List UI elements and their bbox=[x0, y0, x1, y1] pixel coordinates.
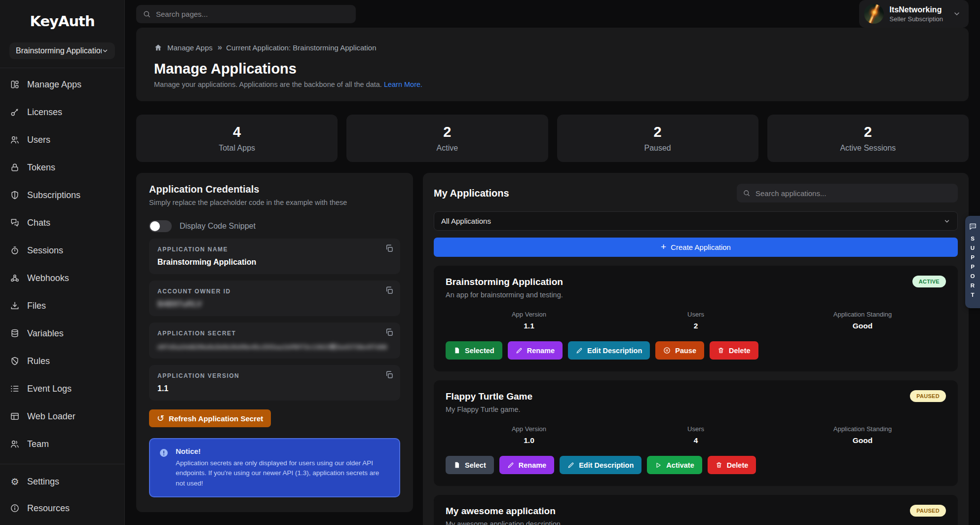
copy-icon[interactable] bbox=[385, 370, 394, 379]
sidebar-item-users[interactable]: Users bbox=[9, 126, 115, 154]
top-bar: ItsNetworking Seller Subscription bbox=[125, 0, 980, 28]
sidebar-item-chats[interactable]: Chats bbox=[9, 209, 115, 237]
sidebar-item-tokens[interactable]: Tokens bbox=[9, 154, 115, 181]
credential-label: APPLICATION VERSION bbox=[157, 372, 392, 379]
sidebar-item-label: Team bbox=[27, 439, 49, 449]
applications-filter-select[interactable]: All Applications bbox=[434, 211, 958, 231]
sidebar-item-resources[interactable]: Resources bbox=[9, 495, 115, 522]
sidebar-item-web-loader[interactable]: Web Loader bbox=[9, 403, 115, 430]
trash-icon bbox=[717, 347, 724, 354]
credentials-subtitle: Simply replace the placeholder code in t… bbox=[149, 199, 400, 206]
stat-active-sessions: 2 Active Sessions bbox=[767, 115, 969, 162]
credential-value-redacted: B4B97uRLV bbox=[157, 300, 392, 309]
sidebar-item-variables[interactable]: Variables bbox=[9, 320, 115, 347]
delete-button[interactable]: Delete bbox=[708, 456, 756, 474]
learn-more-link[interactable]: Learn More. bbox=[384, 81, 422, 88]
sidebar-item-rules[interactable]: Rules bbox=[9, 347, 115, 375]
sidebar-item-sessions[interactable]: Sessions bbox=[9, 237, 115, 264]
global-search[interactable] bbox=[136, 5, 356, 23]
edit-description-button[interactable]: Edit Description bbox=[560, 456, 641, 474]
application-actions: Selected Rename Edit Description Pause D… bbox=[446, 341, 946, 360]
stat-value: 1.1 bbox=[446, 322, 612, 330]
toggle-knob bbox=[150, 221, 160, 231]
rename-button[interactable]: Rename bbox=[499, 456, 554, 474]
sidebar-item-team[interactable]: Team bbox=[9, 430, 115, 458]
file-icon bbox=[453, 461, 460, 469]
sidebar-item-files[interactable]: Files bbox=[9, 292, 115, 320]
edit-description-button[interactable]: Edit Description bbox=[568, 341, 650, 360]
sidebar-item-label: Sessions bbox=[27, 245, 63, 256]
applications-header: My Applications bbox=[434, 184, 958, 202]
stats-row: 4 Total Apps 2 Active 2 Paused 2 Active … bbox=[136, 115, 969, 162]
sidebar-item-label: Resources bbox=[27, 503, 70, 514]
create-application-button[interactable]: + Create Application bbox=[434, 238, 958, 257]
chat-bubbles-icon bbox=[9, 217, 20, 228]
home-icon[interactable] bbox=[154, 43, 162, 52]
pause-icon bbox=[663, 347, 671, 354]
select-button[interactable]: Select bbox=[446, 456, 494, 474]
stat-value: Good bbox=[779, 322, 946, 330]
support-tab[interactable]: SUPPORT bbox=[965, 216, 980, 308]
main-area: ItsNetworking Seller Subscription Manage… bbox=[125, 0, 980, 525]
pencil-icon bbox=[576, 347, 583, 354]
stat-label: Application Standing bbox=[779, 425, 946, 433]
sidebar-item-label: Users bbox=[27, 135, 50, 145]
app-selector-label: Brainstorming Application bbox=[16, 46, 102, 55]
credential-application-secret: APPLICATION SECRET d97d5a34d829bdb2b6b36… bbox=[149, 323, 400, 359]
application-actions: Select Rename Edit Description Activate … bbox=[446, 456, 946, 474]
code-snippet-toggle-row: Display Code Snippet bbox=[149, 220, 400, 232]
upload-tray-icon bbox=[9, 300, 20, 311]
lock-icon bbox=[9, 162, 20, 173]
display-code-snippet-toggle[interactable] bbox=[149, 220, 172, 232]
application-stats: App Version1.0 Users4 Application Standi… bbox=[446, 425, 946, 445]
pencil-icon bbox=[516, 347, 523, 354]
app-selector-dropdown[interactable]: Brainstorming Application bbox=[9, 42, 115, 59]
sidebar-item-settings[interactable]: ⚙ Settings bbox=[9, 468, 115, 495]
sidebar-item-label: Tokens bbox=[27, 162, 55, 173]
applications-search[interactable] bbox=[737, 184, 958, 202]
credential-application-name: APPLICATION NAME Brainstorming Applicati… bbox=[149, 239, 400, 274]
pause-button[interactable]: Pause bbox=[655, 341, 704, 360]
breadcrumb-root[interactable]: Manage Apps bbox=[167, 43, 213, 52]
stat-label: App Version bbox=[446, 425, 612, 433]
stat-paused: 2 Paused bbox=[557, 115, 758, 162]
application-credentials-panel: Application Credentials Simply replace t… bbox=[136, 173, 413, 512]
credential-application-version: APPLICATION VERSION 1.1 bbox=[149, 365, 400, 401]
apps-grid-icon bbox=[9, 79, 20, 90]
sidebar: KeyAuth Brainstorming Application Manage… bbox=[0, 0, 125, 525]
notice-body: Application secrets are only displayed f… bbox=[176, 458, 383, 488]
applications-title: My Applications bbox=[434, 188, 509, 199]
webhook-icon bbox=[9, 273, 20, 283]
plus-icon: + bbox=[661, 242, 666, 252]
notice-box: Notice! Application secrets are only dis… bbox=[149, 438, 400, 497]
chevron-down-icon bbox=[943, 218, 950, 225]
sidebar-item-event-logs[interactable]: Event Logs bbox=[9, 375, 115, 403]
copy-icon[interactable] bbox=[385, 244, 394, 253]
credential-account-owner-id: ACCOUNT OWNER ID B4B97uRLV bbox=[149, 281, 400, 316]
gear-icon: ⚙ bbox=[9, 476, 20, 487]
search-applications-input[interactable] bbox=[755, 189, 952, 198]
stat-label: Application Standing bbox=[779, 311, 946, 318]
user-menu[interactable]: ItsNetworking Seller Subscription bbox=[859, 0, 969, 28]
sidebar-footer-nav: ⚙ Settings Resources bbox=[9, 468, 115, 522]
activate-button[interactable]: Activate bbox=[647, 456, 702, 474]
my-applications-panel: My Applications All Applications + Creat… bbox=[423, 173, 969, 525]
application-card: PAUSED My awesome application My awesome… bbox=[434, 495, 958, 525]
copy-icon[interactable] bbox=[385, 286, 394, 295]
refresh-application-secret-button[interactable]: ↺ Refresh Application Secret bbox=[149, 409, 271, 427]
sidebar-item-label: Licenses bbox=[27, 107, 62, 118]
sidebar-item-manage-apps[interactable]: Manage Apps bbox=[9, 71, 115, 98]
search-pages-input[interactable] bbox=[156, 10, 349, 18]
application-description: My awesome application description. bbox=[446, 520, 946, 525]
selected-button[interactable]: Selected bbox=[446, 341, 502, 360]
sidebar-item-subscriptions[interactable]: Subscriptions bbox=[9, 181, 115, 209]
rename-button[interactable]: Rename bbox=[508, 341, 563, 360]
page-subtitle: Manage your applications. Applications a… bbox=[154, 81, 951, 88]
sidebar-item-webhooks[interactable]: Webhooks bbox=[9, 264, 115, 292]
sidebar-item-licenses[interactable]: Licenses bbox=[9, 98, 115, 126]
app-root: KeyAuth Brainstorming Application Manage… bbox=[0, 0, 980, 525]
credential-label: APPLICATION NAME bbox=[157, 246, 392, 253]
search-icon bbox=[743, 189, 751, 197]
delete-button[interactable]: Delete bbox=[710, 341, 758, 360]
copy-icon[interactable] bbox=[385, 328, 394, 337]
